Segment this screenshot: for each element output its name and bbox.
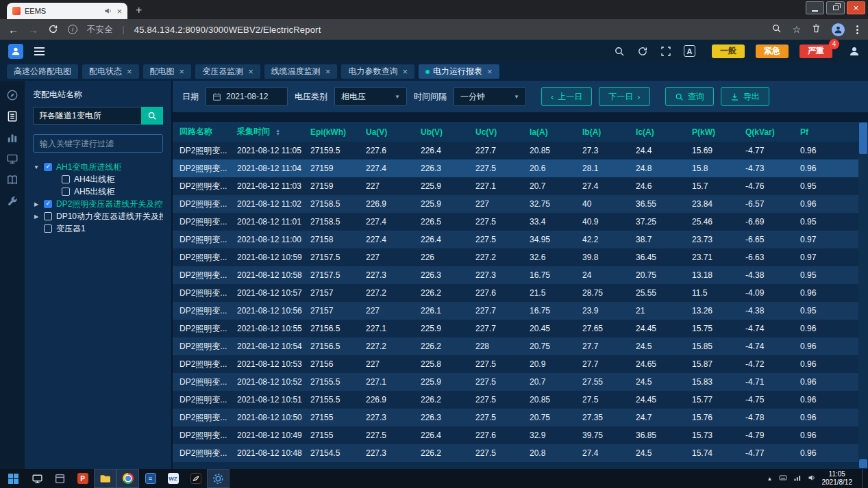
- table-row[interactable]: DP2照明变...2021-08-12 11:0027158227.4226.4…: [173, 231, 858, 248]
- zoom-icon[interactable]: [771, 23, 782, 36]
- table-row[interactable]: DP2照明变...2021-08-12 10:5027155227.3226.3…: [173, 409, 858, 426]
- page-tab[interactable]: 电力参数查询 ×: [341, 64, 414, 79]
- taskbar-icon-paint[interactable]: [184, 469, 207, 488]
- tray-volume-icon[interactable]: [808, 472, 816, 485]
- export-button[interactable]: 导出: [721, 87, 769, 106]
- tree-checkbox[interactable]: [44, 212, 52, 220]
- column-header[interactable]: 回路名称 ▲▼: [173, 122, 230, 142]
- compass-icon[interactable]: [6, 89, 18, 101]
- tree-item[interactable]: AH4出线柜: [33, 173, 163, 185]
- taskbar-icon-settings[interactable]: [207, 469, 230, 488]
- column-header[interactable]: P(kW) ▲▼: [685, 122, 739, 142]
- page-tab[interactable]: 电力运行报表 ×: [419, 64, 499, 79]
- tree-item[interactable]: ▶ DP2照明变压器进线开关及控制室: [33, 198, 163, 210]
- taskbar-icon-presentation[interactable]: P: [71, 469, 94, 488]
- scrollbar-bottom-button[interactable]: [859, 459, 867, 468]
- back-icon[interactable]: ←: [8, 25, 18, 35]
- speaker-icon[interactable]: [104, 7, 112, 15]
- tree-caret-icon[interactable]: ▶: [33, 214, 40, 220]
- table-scrollbar[interactable]: [858, 122, 868, 469]
- taskbar-icon-wz[interactable]: WZ: [162, 469, 184, 488]
- table-row[interactable]: DP2照明变...2021-08-12 10:5127155.5226.9226…: [173, 391, 858, 409]
- column-header[interactable]: Q(kVar) ▲▼: [739, 122, 793, 142]
- tree-item[interactable]: ▼ AH1变电所进线柜: [33, 161, 163, 173]
- wrench-icon[interactable]: [6, 195, 18, 207]
- column-header[interactable]: Epi(kWh) ▲▼: [303, 122, 359, 142]
- tab-close-icon[interactable]: ×: [325, 67, 331, 76]
- search-icon[interactable]: [614, 46, 625, 57]
- tray-network-icon[interactable]: [793, 472, 802, 485]
- voltage-type-select[interactable]: 相电压 ▼: [334, 87, 407, 106]
- user-icon[interactable]: [849, 46, 860, 57]
- taskbar-icon-chrome[interactable]: [116, 469, 139, 488]
- tab-close-icon[interactable]: ×: [179, 67, 185, 76]
- column-header[interactable]: 采集时间 ▲▼: [230, 122, 303, 142]
- table-row[interactable]: DP2照明变...2021-08-12 11:0227158.5226.9225…: [173, 195, 858, 213]
- close-button[interactable]: ×: [847, 1, 865, 14]
- page-tab[interactable]: 配电状态 ×: [82, 64, 139, 79]
- tree-caret-icon[interactable]: ▼: [33, 164, 40, 170]
- table-row[interactable]: DP2照明变...2021-08-12 10:5527156.5227.1225…: [173, 320, 858, 337]
- interval-select[interactable]: 一分钟 ▼: [454, 87, 526, 106]
- book-icon[interactable]: [6, 174, 18, 186]
- next-day-button[interactable]: 下一日 ›: [599, 87, 649, 106]
- table-row[interactable]: DP2照明变...2021-08-12 10:5727157227.2226.2…: [173, 284, 858, 302]
- alarm-badge[interactable]: 紧急: [756, 44, 789, 58]
- column-header[interactable]: Ua(V) ▲▼: [359, 122, 414, 142]
- column-header[interactable]: Ic(A) ▲▼: [629, 122, 685, 142]
- show-desktop-button[interactable]: [862, 469, 865, 488]
- tab-close-icon[interactable]: ×: [248, 67, 253, 76]
- start-button[interactable]: [0, 469, 26, 488]
- taskbar-icon-monitor[interactable]: [26, 469, 49, 488]
- report-icon[interactable]: [6, 110, 18, 123]
- trash-icon[interactable]: [811, 23, 821, 36]
- tab-close-icon[interactable]: ×: [487, 67, 493, 76]
- page-tab[interactable]: 配电图 ×: [143, 64, 192, 79]
- bookmark-star-icon[interactable]: ☆: [792, 24, 801, 35]
- new-tab-button[interactable]: +: [136, 4, 142, 16]
- table-row[interactable]: DP2照明变...2021-08-12 10:5627157227226.122…: [173, 302, 858, 320]
- prev-day-button[interactable]: ‹ 上一日: [541, 87, 592, 106]
- table-row[interactable]: DP2照明变...2021-08-12 11:0327159227225.922…: [173, 177, 858, 195]
- column-header[interactable]: Ub(V) ▲▼: [414, 122, 469, 142]
- tree-item[interactable]: ▶ DP10动力变压器进线开关及控制室: [33, 210, 163, 222]
- taskbar-icon-folder[interactable]: [94, 469, 116, 488]
- fullscreen-icon[interactable]: [660, 46, 671, 57]
- info-icon[interactable]: i: [68, 25, 77, 34]
- alarm-badge[interactable]: 一般: [712, 44, 745, 58]
- tray-keyboard-icon[interactable]: [779, 472, 787, 485]
- tree-filter-input[interactable]: [33, 134, 163, 153]
- taskbar-icon-window[interactable]: [49, 469, 71, 488]
- scrollbar-thumb[interactable]: [859, 123, 867, 154]
- column-header[interactable]: Ib(A) ▲▼: [575, 122, 629, 142]
- column-header[interactable]: Ia(A) ▲▼: [523, 122, 575, 142]
- page-tab[interactable]: 变压器监测 ×: [195, 64, 260, 79]
- tree-checkbox[interactable]: [62, 188, 70, 196]
- tree-checkbox[interactable]: [44, 163, 52, 171]
- sort-icon[interactable]: ▲▼: [275, 129, 280, 136]
- table-row[interactable]: DP2照明变...2021-08-12 11:0527159.5227.6226…: [173, 142, 858, 159]
- table-row[interactable]: DP2照明变...2021-08-12 10:5227155.5227.1225…: [173, 373, 858, 391]
- restore-button[interactable]: [826, 1, 845, 14]
- table-row[interactable]: DP2照明变...2021-08-12 10:5827157.5227.3226…: [173, 266, 858, 284]
- sync-icon[interactable]: [637, 46, 648, 57]
- page-tab[interactable]: 高速公路配电图 ×: [7, 64, 78, 79]
- column-header[interactable]: Uc(V) ▲▼: [469, 122, 523, 142]
- browser-menu-icon[interactable]: [855, 24, 860, 36]
- profile-avatar[interactable]: [832, 23, 845, 36]
- tab-close-icon[interactable]: ×: [402, 67, 408, 76]
- url-field[interactable]: 45.84.134.2:8090/3000WEBV2/ElectricRepor…: [134, 25, 321, 35]
- table-row[interactable]: DP2照明变...2021-08-12 11:0427159227.4226.3…: [173, 159, 858, 177]
- tree-checkbox[interactable]: [44, 224, 52, 233]
- tree-checkbox[interactable]: [62, 175, 70, 183]
- minimize-button[interactable]: [806, 1, 824, 14]
- date-picker[interactable]: 2021-08-12: [206, 87, 288, 106]
- refresh-icon[interactable]: [48, 24, 58, 36]
- column-header[interactable]: Pf ▲▼: [793, 122, 858, 142]
- station-search-button[interactable]: [141, 107, 163, 125]
- tree-item[interactable]: 变压器1: [33, 222, 163, 235]
- table-row[interactable]: DP2照明变...2021-08-12 10:5927157.522722622…: [173, 248, 858, 266]
- monitor-icon[interactable]: [6, 153, 18, 165]
- alarm-badge[interactable]: 严重 4: [799, 44, 832, 58]
- taskbar-icon-app-blue[interactable]: ≡: [139, 469, 162, 488]
